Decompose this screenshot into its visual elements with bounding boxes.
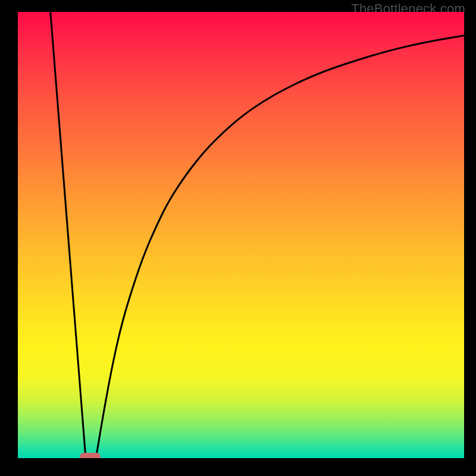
plot-area	[18, 12, 464, 458]
right-curve-path	[96, 36, 464, 458]
chart-frame: TheBottleneck.com	[0, 0, 476, 476]
curves-svg	[18, 12, 464, 458]
left-spike-path	[51, 12, 86, 458]
target-marker	[80, 453, 101, 458]
